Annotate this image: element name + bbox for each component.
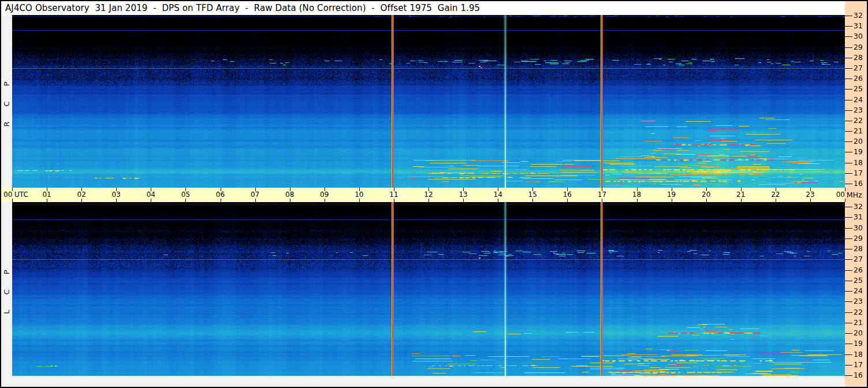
freq-label-lcp-25: 25	[854, 276, 867, 285]
freq-label-rcp-17: 17	[854, 169, 867, 177]
freq-label-lcp-23: 23	[854, 297, 867, 305]
time-tick-bottom-01	[47, 199, 47, 202]
freq-label-lcp-19: 19	[854, 339, 867, 348]
lcp-spectrogram	[12, 202, 845, 376]
time-tick-bottom-21	[741, 199, 742, 202]
time-label-21: 21	[736, 191, 745, 199]
time-tick-bottom-13	[463, 199, 464, 202]
freq-label-lcp-31: 31	[854, 212, 867, 221]
freq-label-lcp-18: 18	[854, 350, 867, 359]
freq-label-rcp-25: 25	[854, 84, 867, 93]
bottom-margin	[1, 376, 845, 387]
time-tick-bottom-03	[116, 199, 117, 202]
time-label-02: 02	[77, 191, 86, 199]
time-tick-top-00	[845, 188, 845, 191]
freq-label-rcp-29: 29	[854, 43, 867, 51]
time-label-16: 16	[563, 191, 572, 199]
time-label-05: 05	[181, 191, 190, 199]
time-label-09: 09	[320, 191, 329, 199]
freq-tick-lcp-23	[845, 301, 852, 302]
time-tick-bottom-17	[602, 199, 602, 202]
title-bar: AJ4CO Observatory 31 Jan 2019 - DPS on T…	[1, 1, 845, 15]
freq-tick-lcp-28	[845, 249, 852, 249]
freq-tick-lcp-22	[845, 312, 852, 313]
freq-tick-lcp-31	[845, 217, 852, 218]
time-tick-bottom-08	[290, 199, 290, 202]
freq-tick-rcp-24	[845, 100, 852, 100]
window-title: AJ4CO Observatory 31 Jan 2019 - DPS on T…	[1, 1, 845, 16]
freq-tick-rcp-16	[845, 184, 852, 184]
time-tick-bottom-18	[637, 199, 638, 202]
time-tick-bottom-05	[185, 199, 186, 202]
freq-tick-rcp-20	[845, 141, 852, 142]
freq-label-rcp-28: 28	[854, 53, 867, 62]
freq-tick-rcp-29	[845, 47, 852, 48]
time-label-18: 18	[632, 191, 641, 199]
time-label-17: 17	[598, 191, 606, 199]
time-tick-bottom-02	[81, 199, 82, 202]
freq-label-lcp-20: 20	[854, 329, 867, 337]
freq-tick-rcp-22	[845, 121, 852, 121]
freq-tick-rcp-25	[845, 89, 852, 89]
time-tick-bottom-19	[672, 199, 672, 202]
freq-label-lcp-21: 21	[854, 318, 867, 327]
time-label-14: 14	[494, 191, 502, 199]
freq-label-rcp-31: 31	[854, 21, 867, 30]
freq-label-rcp-16: 16	[854, 179, 867, 188]
time-tick-bottom-22	[776, 199, 776, 202]
time-label-08: 08	[285, 191, 294, 199]
freq-tick-rcp-32	[845, 16, 852, 16]
freq-tick-lcp-18	[845, 355, 852, 355]
time-tick-bottom-12	[429, 199, 429, 202]
freq-label-rcp-30: 30	[854, 32, 867, 40]
time-tick-bottom-04	[151, 199, 151, 202]
freq-tick-rcp-26	[845, 79, 852, 79]
time-tick-bottom-16	[567, 199, 568, 202]
freq-label-lcp-26: 26	[854, 266, 867, 274]
time-tick-bottom-15	[532, 199, 533, 202]
freq-tick-lcp-26	[845, 270, 852, 271]
freq-tick-rcp-27	[845, 68, 852, 69]
lcp-axis-label: L C P	[2, 242, 12, 335]
freq-label-rcp-20: 20	[854, 137, 867, 146]
time-label-11: 11	[389, 191, 398, 199]
freq-tick-lcp-29	[845, 238, 852, 239]
time-label-13: 13	[459, 191, 467, 199]
freq-tick-rcp-23	[845, 110, 852, 111]
freq-label-rcp-27: 27	[854, 64, 867, 72]
time-tick-bottom-00	[845, 199, 845, 202]
freq-label-lcp-17: 17	[854, 360, 867, 369]
freq-label-lcp-24: 24	[854, 286, 867, 295]
freq-tick-rcp-30	[845, 36, 852, 37]
freq-label-rcp-21: 21	[854, 126, 867, 135]
freq-label-rcp-22: 22	[854, 116, 867, 125]
freq-label-lcp-27: 27	[854, 255, 867, 263]
time-tick-bottom-00	[12, 199, 13, 202]
freq-tick-lcp-24	[845, 291, 852, 292]
mhz-unit-label: MHz	[847, 191, 862, 199]
freq-tick-lcp-17	[845, 365, 852, 365]
rcp-spectrogram	[12, 15, 845, 188]
freq-label-lcp-29: 29	[854, 234, 867, 242]
time-label-04: 04	[147, 191, 155, 199]
time-tick-bottom-20	[706, 199, 707, 202]
freq-label-rcp-19: 19	[854, 147, 867, 156]
freq-label-lcp-16: 16	[854, 371, 867, 379]
freq-label-rcp-24: 24	[854, 95, 867, 104]
freq-label-rcp-23: 23	[854, 106, 867, 114]
time-label-03: 03	[112, 191, 121, 199]
time-label-00: 00	[836, 191, 845, 199]
freq-tick-lcp-16	[845, 375, 852, 376]
time-tick-bottom-09	[325, 199, 325, 202]
freq-tick-rcp-21	[845, 131, 852, 132]
freq-tick-lcp-21	[845, 323, 852, 323]
freq-tick-lcp-32	[845, 207, 852, 207]
time-tick-bottom-06	[221, 199, 221, 202]
time-tick-bottom-23	[810, 199, 811, 202]
freq-tick-rcp-17	[845, 173, 852, 174]
freq-label-rcp-32: 32	[854, 11, 867, 20]
freq-label-lcp-32: 32	[854, 202, 867, 211]
time-label-01: 01	[42, 191, 51, 199]
time-axis: 00 UTC0102030405060708091011121314151617…	[1, 188, 845, 202]
time-tick-bottom-10	[359, 199, 360, 202]
